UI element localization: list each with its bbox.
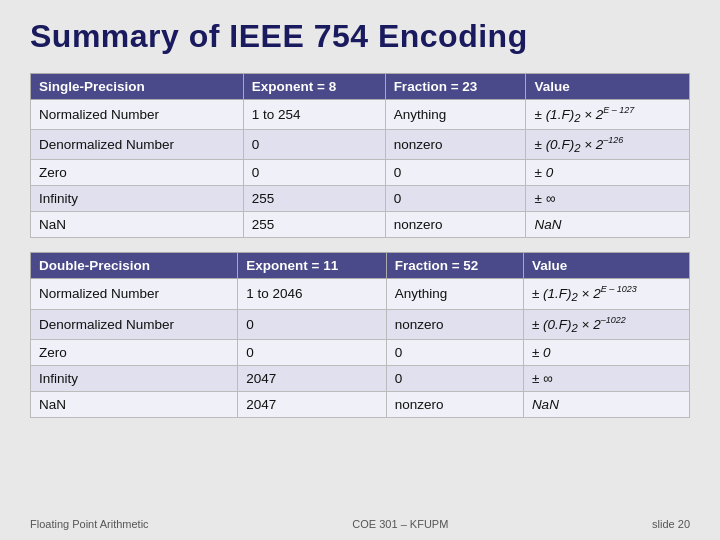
double-precision-table: Double-Precision Exponent = 11 Fraction …	[30, 252, 690, 417]
table-cell: 0	[386, 339, 523, 365]
table-cell: Zero	[31, 160, 244, 186]
footer-right: slide 20	[652, 518, 690, 530]
table-cell: ± (1.F)2 × 2E – 1023	[523, 279, 689, 309]
table-cell: ± (0.F)2 × 2–1022	[523, 309, 689, 339]
table-cell: NaN	[526, 212, 690, 238]
table-cell: nonzero	[385, 212, 526, 238]
double-col2-header: Exponent = 11	[238, 253, 386, 279]
table-cell: ± (0.F)2 × 2–126	[526, 130, 690, 160]
table-cell: Infinity	[31, 186, 244, 212]
table-cell: ± 0	[526, 160, 690, 186]
single-col2-header: Exponent = 8	[243, 74, 385, 100]
table-cell: Infinity	[31, 365, 238, 391]
table-cell: 1 to 2046	[238, 279, 386, 309]
table-cell: NaN	[31, 391, 238, 417]
table-cell: Denormalized Number	[31, 309, 238, 339]
table-cell: Zero	[31, 339, 238, 365]
table-row: Denormalized Number0nonzero± (0.F)2 × 2–…	[31, 309, 690, 339]
table-cell: nonzero	[385, 130, 526, 160]
table-cell: 0	[385, 186, 526, 212]
table-row: Normalized Number1 to 2046Anything± (1.F…	[31, 279, 690, 309]
table-cell: 1 to 254	[243, 100, 385, 130]
footer-left: Floating Point Arithmetic	[30, 518, 149, 530]
table-cell: 255	[243, 186, 385, 212]
table-cell: NaN	[31, 212, 244, 238]
single-col1-header: Single-Precision	[31, 74, 244, 100]
double-col3-header: Fraction = 52	[386, 253, 523, 279]
table-cell: Anything	[385, 100, 526, 130]
page-title: Summary of IEEE 754 Encoding	[30, 18, 690, 55]
table-cell: ± ∞	[526, 186, 690, 212]
table-cell: nonzero	[386, 309, 523, 339]
table-cell: 255	[243, 212, 385, 238]
table-cell: 0	[243, 130, 385, 160]
table-row: Infinity2550± ∞	[31, 186, 690, 212]
double-table-header-row: Double-Precision Exponent = 11 Fraction …	[31, 253, 690, 279]
table-cell: 0	[385, 160, 526, 186]
table-cell: 0	[243, 160, 385, 186]
single-precision-table: Single-Precision Exponent = 8 Fraction =…	[30, 73, 690, 238]
table-cell: Denormalized Number	[31, 130, 244, 160]
table-row: Normalized Number1 to 254Anything± (1.F)…	[31, 100, 690, 130]
footer-center: COE 301 – KFUPM	[352, 518, 448, 530]
table-row: NaN255nonzeroNaN	[31, 212, 690, 238]
table-cell: 2047	[238, 365, 386, 391]
table-row: Zero00± 0	[31, 339, 690, 365]
table-cell: 0	[238, 339, 386, 365]
footer: Floating Point Arithmetic COE 301 – KFUP…	[30, 514, 690, 530]
single-col3-header: Fraction = 23	[385, 74, 526, 100]
table-cell: Normalized Number	[31, 279, 238, 309]
table-cell: nonzero	[386, 391, 523, 417]
table-cell: Anything	[386, 279, 523, 309]
single-col4-header: Value	[526, 74, 690, 100]
table-row: Infinity20470± ∞	[31, 365, 690, 391]
double-col4-header: Value	[523, 253, 689, 279]
double-table-body: Normalized Number1 to 2046Anything± (1.F…	[31, 279, 690, 417]
table-row: NaN2047nonzeroNaN	[31, 391, 690, 417]
single-table-header-row: Single-Precision Exponent = 8 Fraction =…	[31, 74, 690, 100]
table-row: Denormalized Number0nonzero± (0.F)2 × 2–…	[31, 130, 690, 160]
single-table-body: Normalized Number1 to 254Anything± (1.F)…	[31, 100, 690, 238]
table-cell: ± ∞	[523, 365, 689, 391]
table-row: Zero00± 0	[31, 160, 690, 186]
table-cell: ± 0	[523, 339, 689, 365]
table-cell: 2047	[238, 391, 386, 417]
table-cell: ± (1.F)2 × 2E – 127	[526, 100, 690, 130]
table-cell: 0	[386, 365, 523, 391]
slide: Summary of IEEE 754 Encoding Single-Prec…	[0, 0, 720, 540]
table-cell: NaN	[523, 391, 689, 417]
double-col1-header: Double-Precision	[31, 253, 238, 279]
table-cell: Normalized Number	[31, 100, 244, 130]
table-cell: 0	[238, 309, 386, 339]
